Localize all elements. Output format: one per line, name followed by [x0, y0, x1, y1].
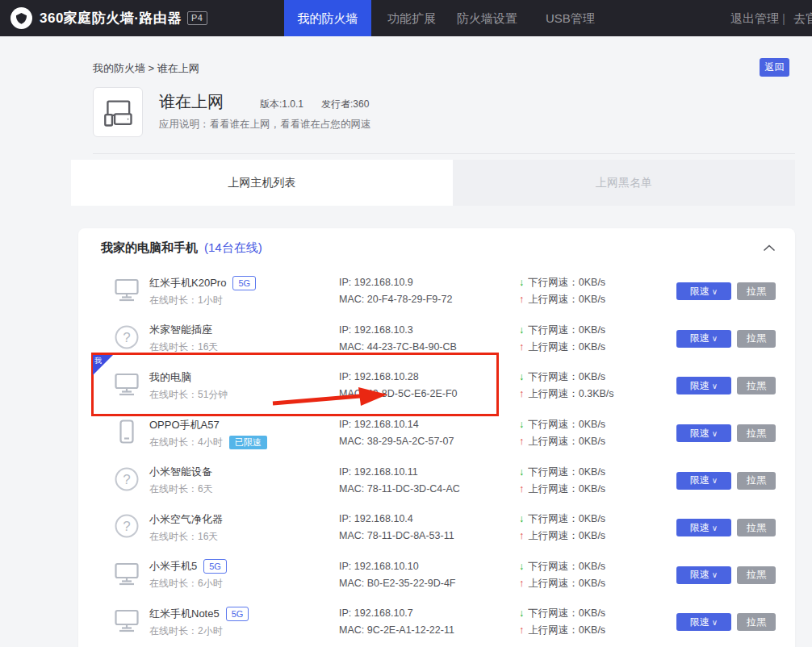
device-name: 米家智能插座 — [149, 323, 212, 337]
up-value: 0KB/s — [579, 530, 605, 541]
download-arrow-icon: ↓ — [519, 466, 524, 478]
device-name: 我的电脑 — [149, 370, 191, 385]
limit-speed-button[interactable]: 限速∨ — [676, 566, 731, 584]
download-arrow-icon: ↓ — [519, 324, 524, 336]
mac-value: 38-29-5A-2C-57-07 — [367, 436, 454, 447]
monitor-icon — [113, 370, 140, 401]
limit-speed-button[interactable]: 限速∨ — [676, 424, 731, 442]
online-duration-label: 在线时长： — [149, 624, 198, 638]
online-duration-value: 16天 — [198, 530, 218, 544]
up-label: 上行网速： — [528, 530, 579, 541]
app-title: 谁在上网 — [159, 91, 224, 113]
tab-bar: 上网主机列表 上网黑名单 — [71, 160, 795, 206]
up-label: 上行网速： — [528, 624, 579, 636]
upload-arrow-icon: ↑ — [519, 294, 524, 305]
down-label: 下行网速： — [528, 607, 579, 619]
limit-label: 限速 — [690, 332, 709, 344]
blacklist-button[interactable]: 拉黑 — [737, 472, 776, 490]
tab-online-host-list[interactable]: 上网主机列表 — [71, 160, 453, 206]
limit-speed-button[interactable]: 限速∨ — [676, 282, 731, 300]
mac-label: MAC: — [339, 341, 364, 353]
down-value: 0KB/s — [579, 371, 605, 382]
panel-header[interactable]: 我家的电脑和手机 (14台在线) — [78, 228, 795, 268]
limit-speed-button[interactable]: 限速∨ — [676, 330, 731, 348]
device-row: 我的电脑 在线时长：51分钟 IP: 192.168.10.28 MAC: 40… — [78, 362, 795, 410]
limit-speed-button[interactable]: 限速∨ — [676, 519, 731, 536]
up-value: 0KB/s — [579, 436, 605, 447]
limit-speed-button[interactable]: 限速∨ — [676, 613, 731, 631]
limit-label: 限速 — [690, 522, 709, 533]
device-row: ? 小米空气净化器 在线时长：16天 IP: 192.168.10.4 MAC:… — [78, 504, 795, 552]
blacklist-button[interactable]: 拉黑 — [737, 613, 776, 631]
mac-value: 78-11-DC-8A-53-11 — [367, 530, 454, 541]
online-duration-value: 16天 — [198, 340, 218, 354]
down-label: 下行网速： — [528, 466, 579, 478]
nav-item-firewall-settings[interactable]: 防火墙设置 — [457, 0, 517, 36]
up-label: 上行网速： — [528, 436, 579, 447]
device-name: 红米手机K20Pro — [149, 276, 226, 290]
brand-logo-icon — [10, 7, 32, 29]
online-duration-value: 51分钟 — [198, 388, 228, 402]
nav-item-my-firewall[interactable]: 我的防火墙 — [284, 0, 371, 36]
panel-title: 我家的电脑和手机 — [101, 240, 198, 256]
limit-label: 限速 — [690, 474, 709, 486]
limit-chevron-icon: ∨ — [712, 476, 718, 485]
mac-label: MAC: — [339, 483, 364, 495]
down-label: 下行网速： — [528, 513, 579, 524]
ip-value: 192.168.10.11 — [354, 466, 418, 478]
limit-chevron-icon: ∨ — [712, 429, 718, 438]
upload-arrow-icon: ↑ — [519, 578, 524, 589]
limit-chevron-icon: ∨ — [712, 287, 718, 296]
up-label: 上行网速： — [528, 341, 579, 353]
up-label: 上行网速： — [528, 294, 579, 305]
up-label: 上行网速： — [528, 388, 579, 399]
mac-value: 78-11-DC-3D-C4-AC — [367, 483, 460, 495]
online-duration-label: 在线时长： — [149, 294, 198, 307]
limit-speed-button[interactable]: 限速∨ — [676, 472, 731, 490]
badge-5g: 5G — [226, 607, 249, 621]
device-name: 小米手机5 — [149, 559, 197, 574]
unknown-device-icon: ? — [113, 465, 140, 496]
down-value: 0KB/s — [579, 324, 605, 336]
mac-value: 20-F4-78-29-F9-72 — [367, 294, 453, 305]
ip-value: 192.168.10.9 — [354, 277, 413, 288]
mac-label: MAC: — [339, 388, 364, 399]
blacklist-button[interactable]: 拉黑 — [737, 519, 776, 536]
limit-chevron-icon: ∨ — [712, 524, 718, 532]
mac-label: MAC: — [339, 294, 364, 305]
brand-model-badge: P4 — [187, 11, 207, 25]
up-value: 0.3KB/s — [579, 388, 614, 399]
mac-label: MAC: — [339, 436, 364, 447]
online-duration-value: 2小时 — [198, 624, 223, 638]
nav-item-usb[interactable]: USB管理 — [546, 0, 595, 36]
blacklist-button[interactable]: 拉黑 — [737, 377, 776, 394]
ip-label: IP: — [339, 419, 351, 430]
logout-link[interactable]: 退出管理 — [730, 0, 779, 36]
online-duration-label: 在线时长： — [149, 577, 198, 591]
phone-icon — [113, 418, 140, 449]
app-description: 应用说明：看看谁在上网，看看谁在占您的网速 — [159, 118, 371, 131]
tab-blacklist[interactable]: 上网黑名单 — [453, 160, 795, 206]
upload-arrow-icon: ↑ — [519, 483, 524, 495]
ip-label: IP: — [339, 513, 351, 524]
mac-label: MAC: — [339, 624, 364, 636]
back-button[interactable]: 返回 — [760, 58, 789, 77]
device-row: 红米手机Note5 5G 在线时长：2小时 IP: 192.168.10.7 M… — [78, 599, 795, 646]
blacklist-button[interactable]: 拉黑 — [737, 566, 776, 584]
blacklist-button[interactable]: 拉黑 — [737, 424, 776, 442]
collapse-chevron-icon[interactable] — [763, 244, 776, 252]
blacklist-button[interactable]: 拉黑 — [737, 282, 776, 300]
device-name: 小米智能设备 — [149, 465, 212, 479]
up-label: 上行网速： — [528, 483, 579, 495]
nav-item-extensions[interactable]: 功能扩展 — [387, 0, 436, 36]
ip-label: IP: — [339, 561, 351, 572]
official-site-link[interactable]: 去官网 — [793, 0, 812, 36]
blacklist-button[interactable]: 拉黑 — [737, 330, 776, 348]
device-name: OPPO手机A57 — [149, 418, 220, 432]
breadcrumb: 我的防火墙 > 谁在上网 — [93, 61, 199, 76]
device-name: 红米手机Note5 — [149, 607, 220, 621]
limit-chevron-icon: ∨ — [712, 334, 718, 343]
limit-speed-button[interactable]: 限速∨ — [676, 377, 731, 394]
down-value: 0KB/s — [579, 607, 605, 619]
download-arrow-icon: ↓ — [519, 561, 524, 572]
